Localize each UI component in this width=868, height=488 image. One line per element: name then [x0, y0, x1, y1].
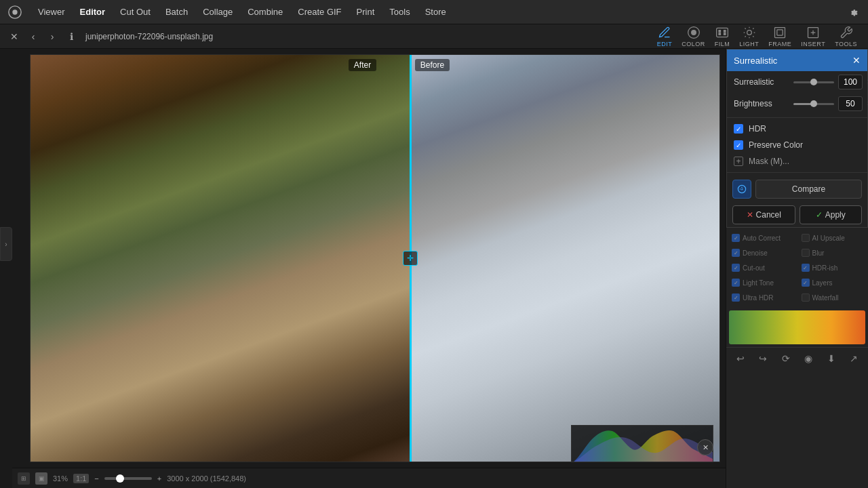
cancel-button[interactable]: ✕ Cancel	[732, 205, 795, 224]
zoom-slider[interactable]	[104, 477, 152, 480]
mask-row: + Mask (M)...	[727, 153, 867, 169]
preserve-color-row: ✓ Preserve Color	[727, 137, 867, 153]
effect-cb-light-tone[interactable]: ✓	[732, 279, 740, 287]
close-button[interactable]: ✕	[7, 29, 22, 44]
menu-batch[interactable]: Batch	[159, 4, 195, 20]
surrealistic-label: Surrealistic	[734, 77, 788, 87]
split-handle[interactable]: ✛	[403, 251, 418, 266]
effect-auto-correct[interactable]: ✓ Auto Correct	[729, 232, 796, 244]
apply-label: Apply	[825, 210, 846, 220]
menu-tools[interactable]: Tools	[382, 4, 416, 20]
action-row: ✕ Cancel ✓ Apply	[727, 203, 867, 227]
brightness-row: Brightness 50 ▲ ▼	[727, 93, 867, 115]
split-line[interactable]: ✛	[410, 55, 412, 462]
image-container: After Before ✛	[30, 54, 720, 462]
effect-cb-hdr-ish[interactable]: ✓	[802, 264, 810, 272]
grid-view-button[interactable]: ⊞	[18, 472, 30, 485]
secondary-bar: ✕ ‹ › ℹ juniperphoton-722096-unsplash.jp…	[0, 24, 868, 49]
effect-ai-upscale[interactable]: AI Upscale	[799, 232, 866, 244]
hdr-check-icon: ✓	[736, 125, 741, 133]
effect-label-hdr-ish: HDR-ish	[812, 264, 838, 272]
single-view-button[interactable]: ▣	[35, 472, 47, 485]
svg-point-1	[12, 9, 17, 14]
effect-label-layers: Layers	[812, 279, 833, 287]
download-icon[interactable]: ⬇	[823, 350, 840, 367]
zoom-plus[interactable]: +	[157, 474, 161, 483]
svg-rect-11	[777, 29, 783, 35]
apply-button[interactable]: ✓ Apply	[800, 205, 863, 224]
effect-cb-blur[interactable]	[802, 249, 810, 257]
icon-tool-insert[interactable]: INSERT	[797, 23, 829, 50]
surrealistic-value[interactable]: 100	[838, 75, 863, 89]
svg-rect-5	[719, 30, 721, 32]
icon-tool-edit[interactable]: EDIT	[653, 23, 677, 50]
bottom-icons-bar: ↩ ↪ ⟳ ◉ ⬇ ↗	[726, 347, 868, 369]
before-image	[410, 55, 719, 462]
effect-denoise[interactable]: ✓ Denoise	[729, 247, 796, 259]
tools-tool-label: TOOLS	[835, 41, 857, 47]
effect-cb-auto-correct[interactable]: ✓	[732, 234, 740, 242]
status-bar: ⊞ ▣ 31% 1:1 − + 3000 x 2000 (1542,848)	[12, 468, 726, 488]
preserve-color-checkbox[interactable]: ✓	[734, 140, 743, 150]
menu-editor[interactable]: Editor	[73, 4, 113, 20]
effect-cut-out[interactable]: ✓ Cut-out	[729, 262, 796, 274]
edit-tool-label: EDIT	[657, 41, 673, 47]
panel-title: Surrealistic	[734, 56, 777, 66]
effect-cb-cut-out[interactable]: ✓	[732, 264, 740, 272]
rotate-icon[interactable]: ⟳	[778, 350, 794, 367]
effect-cb-ultra-hdr[interactable]: ✓	[732, 293, 740, 302]
share-icon[interactable]: ↗	[846, 350, 862, 367]
forward-button[interactable]: ›	[45, 29, 60, 44]
effect-light-tone[interactable]: ✓ Light Tone	[729, 277, 796, 289]
effect-cb-waterfall[interactable]	[802, 293, 810, 302]
brightness-slider[interactable]	[793, 103, 834, 105]
effect-waterfall[interactable]: Waterfall	[799, 291, 866, 304]
compare-icon-button[interactable]	[732, 180, 751, 199]
icon-tool-film[interactable]: FILM	[711, 23, 734, 50]
info-button[interactable]: ℹ	[64, 29, 79, 44]
effect-blur[interactable]: Blur	[799, 247, 866, 259]
panel-close-button[interactable]: ✕	[852, 55, 861, 66]
histogram	[571, 425, 713, 462]
menu-create-gif[interactable]: Create GIF	[291, 4, 348, 20]
effect-hdr-ish[interactable]: ✓ HDR-ish	[799, 262, 866, 274]
icon-tool-frame[interactable]: FRAME	[764, 23, 795, 50]
effect-layers[interactable]: ✓ Layers	[799, 277, 866, 289]
eye-icon[interactable]: ◉	[800, 350, 816, 367]
effect-ultra-hdr[interactable]: ✓ Ultra HDR	[729, 291, 796, 304]
brightness-value[interactable]: 50	[838, 96, 863, 111]
effect-cb-layers[interactable]: ✓	[802, 279, 810, 287]
undo-icon[interactable]: ↩	[732, 350, 749, 367]
icon-tool-light[interactable]: LIGHT	[735, 23, 763, 50]
filename-label: juniperphoton-722096-unsplash.jpg	[85, 32, 213, 41]
menu-combine[interactable]: Combine	[241, 4, 290, 20]
redo-icon[interactable]: ↪	[755, 350, 771, 367]
mask-plus-button[interactable]: +	[734, 157, 743, 166]
hdr-checkbox[interactable]: ✓	[734, 124, 743, 134]
film-tool-label: FILM	[715, 41, 730, 47]
effect-label-ai-upscale: AI Upscale	[812, 235, 845, 242]
icon-tool-color[interactable]: COLOR	[677, 23, 709, 50]
effect-cb-ai-upscale[interactable]	[802, 234, 810, 242]
menu-viewer[interactable]: Viewer	[31, 4, 72, 20]
compare-button[interactable]: Compare	[755, 180, 862, 199]
menu-print[interactable]: Print	[350, 4, 382, 20]
close-overlay-button[interactable]: ✕	[697, 439, 713, 455]
zoom-minus[interactable]: −	[94, 474, 98, 483]
menu-cut-out[interactable]: Cut Out	[113, 4, 157, 20]
svg-rect-10	[775, 27, 785, 37]
settings-icon[interactable]	[844, 3, 863, 22]
icon-tool-tools[interactable]: TOOLS	[831, 23, 861, 50]
menu-store[interactable]: Store	[418, 4, 453, 20]
menu-collage[interactable]: Collage	[196, 4, 239, 20]
back-button[interactable]: ‹	[26, 29, 41, 44]
canvas-area: After Before ✛ ✕	[24, 49, 726, 468]
mask-label[interactable]: Mask (M)...	[749, 157, 789, 166]
surrealistic-slider[interactable]	[793, 81, 834, 83]
left-panel-toggle[interactable]: ›	[0, 227, 12, 261]
insert-tool-label: INSERT	[801, 41, 825, 47]
panel-header: Surrealistic ✕	[727, 49, 867, 71]
brightness-label: Brightness	[734, 99, 788, 108]
effect-cb-denoise[interactable]: ✓	[732, 249, 740, 257]
app-logo[interactable]	[5, 3, 24, 22]
